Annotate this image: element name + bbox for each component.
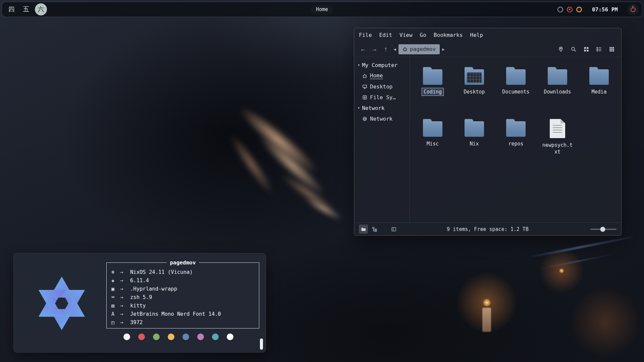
arrow-icon: →	[120, 286, 130, 292]
file-label: repos	[506, 140, 525, 148]
path-scroll-left-icon[interactable]: ◂	[392, 45, 398, 54]
menu-item-edit[interactable]: Edit	[379, 32, 392, 38]
file-label: Media	[589, 88, 608, 96]
file-item-coding[interactable]: Coding	[412, 62, 453, 114]
menu-item-bookmarks[interactable]: Bookmarks	[434, 32, 463, 38]
sidebar-item-file-system[interactable]: File Sy…	[354, 92, 410, 103]
compact-list-view-icon[interactable]	[595, 45, 603, 53]
wallpaper-blue-streak	[537, 253, 616, 270]
menu-item-file[interactable]: File	[359, 32, 372, 38]
fetch-line-shell: ⌨ → zsh 5.9	[111, 293, 254, 301]
search-icon[interactable]	[570, 45, 578, 53]
file-item-newpsych-txt[interactable]: newpsych.txt	[537, 114, 578, 166]
location-pin-icon[interactable]	[557, 45, 565, 53]
fetch-line-os: ❄ → NixOS 24.11 (Vicuna)	[111, 268, 254, 276]
system-info-widget: pagedmov ❄ → NixOS 24.11 (Vicuna) ◈ → 6.…	[13, 253, 266, 353]
nixos-logo	[30, 272, 94, 335]
chevron-down-icon: ▾	[358, 63, 360, 67]
toolbar-view-controls	[557, 45, 618, 53]
folder-icon	[548, 69, 567, 85]
status-bar: 9 items, Free space: 1.2 TB	[354, 223, 621, 235]
up-button[interactable]: ↑	[380, 44, 391, 55]
file-item-nix[interactable]: Nix	[453, 114, 495, 166]
tray-indicator-icon[interactable]	[557, 7, 563, 12]
path-breadcrumb-button[interactable]: pagedmov	[398, 44, 440, 54]
fetch-line-wm: ▣ → .Hyprland-wrapp	[111, 285, 254, 293]
split-pane-toggle[interactable]	[389, 225, 398, 234]
folder-desktop-icon	[465, 69, 484, 85]
fetch-line-packages: ◰ → 3972	[111, 318, 254, 326]
tree-pane-icon	[372, 227, 377, 232]
folder-icon	[423, 69, 442, 85]
palette-dot	[182, 334, 189, 340]
slider-knob[interactable]	[600, 227, 605, 232]
monitor-icon	[362, 84, 367, 89]
workspace-button-3-active[interactable]: 六	[35, 3, 47, 15]
file-item-misc[interactable]: Misc	[412, 114, 453, 166]
shell-icon: ⌨	[111, 294, 120, 300]
file-item-documents[interactable]: Documents	[495, 62, 537, 114]
fetch-value: 6.11.4	[130, 278, 149, 284]
system-tray: 07:56 PM	[557, 4, 639, 15]
workspace-button-1[interactable]: 四	[5, 3, 17, 15]
back-button[interactable]: ←	[358, 44, 368, 55]
tray-status-icon[interactable]	[576, 7, 582, 12]
arrow-icon: →	[120, 278, 130, 284]
file-item-media[interactable]: Media	[578, 62, 620, 114]
file-item-repos[interactable]: repos	[495, 114, 537, 166]
palette-dot	[168, 334, 174, 340]
file-item-desktop[interactable]: Desktop	[453, 62, 495, 114]
palette-dot	[138, 334, 145, 340]
active-window-title: Home	[311, 5, 333, 14]
disk-icon	[362, 95, 367, 100]
terminal-color-palette	[123, 334, 233, 340]
fetch-value: .Hyprland-wrapp	[130, 286, 177, 292]
top-bar: 四 五 六 Home 07:56 PM	[2, 2, 642, 17]
forward-button[interactable]: →	[369, 44, 380, 55]
fetch-value: NixOS 24.11 (Vicuna)	[130, 269, 193, 275]
tray-record-icon[interactable]	[567, 7, 573, 12]
places-pane-toggle[interactable]	[359, 225, 368, 234]
file-manager-body: ▾ My Computer Home Desktop File Sy…	[354, 57, 621, 223]
palette-dot	[197, 334, 204, 340]
arrow-icon: →	[120, 311, 130, 317]
packages-icon: ◰	[111, 319, 120, 325]
dir-tree-pane-toggle[interactable]	[370, 225, 379, 234]
home-icon	[362, 73, 367, 78]
home-icon	[402, 47, 408, 52]
sidebar-section-network[interactable]: ▾ Network	[354, 103, 410, 113]
sidebar-item-desktop[interactable]: Desktop	[354, 81, 410, 92]
clock: 07:56 PM	[588, 5, 622, 14]
workspace-switcher: 四 五 六	[5, 3, 47, 15]
file-grid: Coding Desktop Documents Downloads Media…	[410, 57, 621, 223]
palette-dot	[153, 334, 160, 340]
icon-size-slider[interactable]	[590, 229, 616, 230]
sidebar-item-label: Desktop	[370, 83, 392, 90]
globe-icon	[362, 116, 367, 121]
detailed-grid-view-icon[interactable]	[608, 45, 616, 53]
menu-item-view[interactable]: View	[399, 32, 413, 38]
power-button[interactable]	[627, 4, 639, 15]
file-label: newpsych.txt	[540, 141, 575, 156]
file-label: Desktop	[462, 88, 487, 96]
current-path-label: pagedmov	[410, 46, 436, 52]
nix-icon: ❄	[111, 269, 120, 275]
arrow-icon: →	[120, 303, 130, 309]
menu-bar: File Edit View Go Bookmarks Help	[354, 28, 621, 42]
sidebar-section-label: My Computer	[362, 62, 397, 68]
path-scroll-right-icon[interactable]: ▸	[440, 45, 446, 54]
sidebar-section-label: Network	[362, 105, 384, 111]
workspace-button-2[interactable]: 五	[20, 3, 32, 15]
pane-layout-icon	[391, 227, 396, 232]
file-item-downloads[interactable]: Downloads	[537, 62, 578, 114]
menu-item-go[interactable]: Go	[420, 32, 426, 38]
icon-view-icon[interactable]	[582, 45, 590, 53]
wallpaper-candle	[482, 308, 491, 332]
sidebar-item-network[interactable]: Network	[354, 113, 410, 124]
terminal-cursor	[260, 339, 263, 350]
sidebar-item-home[interactable]: Home	[354, 70, 410, 81]
sidebar-section-my-computer[interactable]: ▾ My Computer	[354, 60, 410, 70]
wallpaper-blue-streak	[524, 236, 633, 259]
file-manager-window: File Edit View Go Bookmarks Help ← → ↑ ◂…	[354, 28, 622, 236]
menu-item-help[interactable]: Help	[470, 32, 483, 38]
